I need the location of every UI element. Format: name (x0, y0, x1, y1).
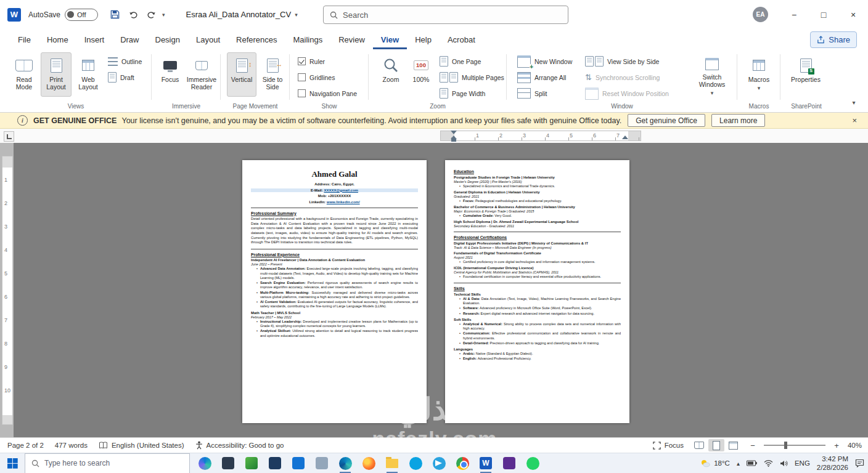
outline-button[interactable]: Outline (106, 54, 144, 68)
document-page-2[interactable]: EducationPostgraduate Studies in Foreign… (445, 160, 629, 423)
zoom-out-button[interactable]: − (749, 441, 756, 450)
zoom-100-button[interactable]: 100 100% (407, 52, 435, 97)
taskbar-whatsapp-icon[interactable] (525, 455, 540, 471)
page-indicator[interactable]: Page 2 of 2 (7, 442, 44, 449)
word-count[interactable]: 477 words (55, 442, 88, 449)
web-layout-button[interactable]: Web Layout (73, 52, 104, 97)
horizontal-ruler[interactable]: 1234567 (440, 131, 641, 141)
language-indicator[interactable]: English (United States) (99, 442, 184, 449)
weather-widget[interactable]: 18°C (700, 459, 730, 467)
new-window-button[interactable]: + New Window (515, 54, 574, 68)
tab-insert[interactable]: Insert (76, 31, 113, 49)
taskbar-visual-studio-icon[interactable] (502, 455, 517, 471)
draft-button[interactable]: Draft (106, 70, 136, 84)
first-line-indent-marker[interactable] (451, 131, 457, 134)
vertical-button[interactable]: ↕ Vertical (227, 52, 256, 97)
switch-windows-button[interactable]: Switch Windows ▾ (693, 52, 731, 97)
taskbar-settings-icon[interactable] (314, 455, 329, 471)
maximize-button[interactable]: □ (809, 0, 838, 29)
share-button[interactable]: Share (810, 31, 857, 48)
tab-help[interactable]: Help (407, 31, 440, 49)
taskbar-telegram-icon[interactable] (432, 455, 446, 471)
right-indent-marker[interactable] (622, 135, 628, 139)
arrange-all-button[interactable]: Arrange All (515, 70, 568, 84)
taskbar-word-icon[interactable]: W (478, 455, 493, 471)
taskbar-app-icon[interactable] (268, 455, 282, 471)
vertical-ruler[interactable]: 12345678910 (0, 143, 14, 437)
zoom-slider[interactable] (764, 445, 825, 446)
tab-references[interactable]: References (228, 31, 285, 49)
document-title[interactable]: Esraa Ali_Data Annotator_CV ▾ (186, 10, 298, 19)
taskbar-store-icon[interactable] (291, 455, 306, 471)
tab-acrobat[interactable]: Acrobat (440, 31, 483, 49)
notification-center-icon[interactable] (855, 459, 864, 467)
view-side-by-side-button[interactable]: View Side by Side (583, 54, 661, 68)
autosave-toggle[interactable]: Off (65, 9, 98, 21)
qat-more-icon[interactable]: ▾ (162, 12, 165, 18)
tab-layout[interactable]: Layout (188, 31, 228, 49)
properties-button[interactable]: S Properties (787, 52, 825, 97)
immersive-reader-button[interactable]: Immersive Reader (185, 52, 218, 97)
gridlines-checkbox[interactable]: Gridlines (296, 70, 337, 84)
redo-icon[interactable] (144, 7, 160, 23)
print-layout-view-icon[interactable] (708, 439, 724, 451)
page-width-button[interactable]: Page Width (438, 86, 487, 100)
taskbar-task-view-icon[interactable] (221, 455, 235, 471)
zoom-slider-thumb[interactable] (784, 442, 787, 449)
tab-home[interactable]: Home (39, 31, 76, 49)
zoom-in-button[interactable]: + (833, 441, 840, 450)
undo-icon[interactable] (125, 7, 141, 23)
tab-view[interactable]: View (373, 31, 407, 49)
one-page-button[interactable]: One Page (438, 54, 483, 68)
taskbar-firefox-icon[interactable] (361, 455, 376, 471)
learn-more-button[interactable]: Learn more (711, 114, 765, 127)
side-to-side-button[interactable]: ↔ Side to Side (258, 52, 287, 97)
resume-contact-link[interactable]: www.linkedin.com/ (327, 200, 360, 204)
tab-design[interactable]: Design (147, 31, 188, 49)
read-mode-button[interactable]: Read Mode (9, 52, 39, 97)
tab-draw[interactable]: Draw (112, 31, 147, 49)
language-badge[interactable]: ENG (795, 459, 810, 467)
zoom-button[interactable]: Zoom (376, 52, 406, 97)
taskbar-file-explorer-icon[interactable] (385, 455, 399, 471)
wifi-icon[interactable] (764, 460, 773, 467)
left-indent-marker[interactable] (451, 139, 456, 142)
hidden-icons-chevron[interactable]: ▴ (737, 460, 740, 467)
taskbar-chrome-icon[interactable] (455, 455, 470, 471)
close-button[interactable]: × (838, 0, 868, 29)
tab-mailings[interactable]: Mailings (285, 31, 331, 49)
zoom-percentage[interactable]: 40% (848, 442, 862, 449)
search-input[interactable]: Search (323, 6, 568, 24)
ruler-checkbox[interactable]: Ruler (296, 54, 327, 68)
taskbar-skype-icon[interactable] (408, 455, 423, 471)
volume-icon[interactable] (780, 460, 788, 467)
minimize-button[interactable]: − (779, 0, 809, 29)
taskbar-photos-icon[interactable] (244, 455, 259, 471)
read-mode-view-icon[interactable] (691, 439, 707, 451)
document-page-1[interactable]: Ahmed GalalAddress: Cairo, Egypt.E-Mail:… (242, 160, 427, 423)
focus-button[interactable]: Focus (157, 52, 184, 97)
battery-icon[interactable] (747, 460, 757, 466)
web-layout-view-icon[interactable] (726, 439, 742, 451)
resume-contact-link[interactable]: XXXXX@gmail.com (324, 188, 358, 192)
taskbar-search-input[interactable]: Type here to search (25, 453, 190, 473)
print-layout-button[interactable]: Print Layout (41, 52, 72, 97)
tab-file[interactable]: File (10, 31, 39, 49)
save-icon[interactable] (107, 7, 123, 23)
navigation-pane-checkbox[interactable]: Navigation Pane (296, 86, 359, 100)
avatar[interactable]: EA (753, 7, 768, 22)
start-button[interactable] (0, 453, 25, 473)
collapse-ribbon-icon[interactable]: ▾ (847, 96, 861, 108)
split-button[interactable]: Split (515, 86, 549, 100)
taskbar-edge-icon[interactable] (338, 455, 353, 471)
tab-selector[interactable] (4, 131, 14, 142)
focus-mode-button[interactable]: Focus (653, 442, 684, 450)
tab-review[interactable]: Review (330, 31, 373, 49)
macros-button[interactable]: Macros ▾ (743, 52, 775, 97)
clock[interactable]: 3:42 PM 2/28/2026 (817, 455, 848, 472)
banner-close-icon[interactable]: × (852, 116, 857, 125)
multiple-pages-button[interactable]: Multiple Pages (438, 70, 506, 84)
accessibility-status[interactable]: Accessibility: Good to go (195, 441, 284, 450)
word-app-icon[interactable]: W (7, 8, 21, 22)
taskbar-cortana-icon[interactable] (197, 455, 212, 471)
